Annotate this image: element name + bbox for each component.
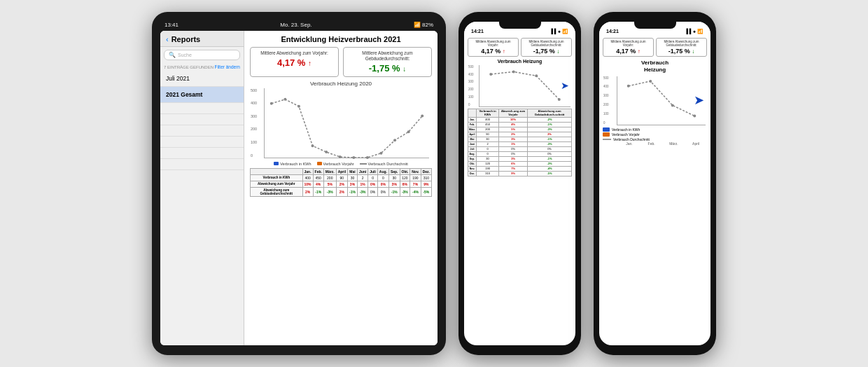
phone1-screen: 14:21 ▐ ▌● 📶 Mittlere Abweichung zum Vor… — [464, 22, 575, 345]
sidebar-item-juli2021[interactable]: Juli 2021 — [160, 71, 244, 87]
kpi1-arrow: ↑ — [308, 60, 312, 67]
phone2-chart-wrapper: 500 400 300 200 100 0 ➤ — [603, 76, 707, 125]
phone1-chart-title: Verbrauch Heizung — [468, 59, 572, 64]
report-title: Entwicklung Heizverbrauch 2021 — [250, 35, 432, 43]
chart-area: 500 400 300 200 100 0 — [264, 88, 429, 158]
back-button[interactable]: ‹ — [166, 35, 169, 43]
kpi2-arrow: ↓ — [402, 65, 406, 73]
chart-y-labels: 500 400 300 200 100 0 — [251, 88, 257, 158]
phone2-screen: 14:21 ▐ ▌● 📶 Mittlere Abweichung zum Vor… — [599, 22, 710, 345]
phone1-kpi1-arrow: ↑ — [503, 48, 505, 55]
phone1-kpi1-value: 4,17 % ↑ — [470, 48, 516, 55]
tablet-device: 13:41 Mo. 23. Sep. 📶 82% ‹ Reports 🔍 Suc… — [152, 12, 446, 355]
phone1-kpi2-value: -1,75 % ↓ — [524, 48, 569, 55]
phone2-kpi2: Mittlere Abweichung zum Gebäudedurchschn… — [656, 38, 707, 57]
phone1-kpi2-arrow: ↓ — [556, 48, 559, 55]
phone1-time: 14:21 — [471, 29, 484, 34]
kpi-box-1: Mittlere Abweichung zum Vorjahr: 4,17 % … — [250, 47, 339, 77]
sidebar-search-bar[interactable]: 🔍 Suche — [164, 50, 240, 60]
sidebar-list: Juli 2021 2021 Gesamt — [160, 71, 244, 345]
phone2-chart-title: VerbrauchHeizung — [603, 60, 707, 74]
tablet-sidebar: ‹ Reports 🔍 Suche 7 EINTRÄGE GEFUNDEN Fi… — [160, 31, 244, 345]
phone2-y-labels: 500 400 300 200 100 0 — [603, 76, 609, 125]
phone2-kpi-row: Mittlere Abweichung zum Vorjahr: 4,17 % … — [603, 38, 707, 57]
chart-legend: Verbrauch in KWh Verbrauch Vorjahr Verbr… — [250, 162, 432, 166]
phone1-kpi2-label: Mittlere Abweichung zum Gebäudedurchschn… — [524, 40, 569, 48]
data-table: Jan.Feb.März.AprilMaiJuniJuliAug.Sep.Okt… — [250, 168, 432, 197]
phone2-month-labels: Jan.Feb.März.April — [618, 141, 707, 146]
phone2-kpi1-arrow: ↑ — [638, 48, 640, 55]
tablet-main-content: Entwicklung Heizverbrauch 2021 Mittlere … — [244, 31, 438, 345]
sidebar-header: ‹ Reports — [160, 31, 244, 47]
phone1-kpi1: Mittlere Abweichung zum Vorjahr: 4,17 % … — [468, 38, 519, 57]
phone1-kpi2: Mittlere Abweichung zum Gebäudedurchschn… — [521, 38, 572, 57]
tablet-time: 13:41 — [164, 22, 178, 28]
phone2-signal: ▐ ▌● 📶 — [685, 29, 704, 34]
phone2-content: Mittlere Abweichung zum Vorjahr: 4,17 % … — [599, 36, 710, 345]
phone1-notch — [499, 22, 541, 29]
phone2-kpi1-label: Mittlere Abweichung zum Vorjahr: — [606, 40, 651, 48]
sidebar-title: Reports — [172, 35, 201, 43]
kpi2-value: -1,75 % ↓ — [347, 63, 428, 74]
phone2-legend-blue-box — [603, 127, 610, 132]
legend-orange: Verbrauch Vorjahr — [317, 162, 354, 166]
phone1-content: Mittlere Abweichung zum Vorjahr: 4,17 % … — [464, 36, 575, 345]
phone2-notch — [634, 22, 676, 29]
sidebar-item-2021gesamt[interactable]: 2021 Gesamt — [160, 87, 244, 103]
phone1-chart-area: 500 400 300 200 100 0 ➤ — [479, 65, 570, 107]
tablet-day: Mo. 23. Sep. — [280, 22, 312, 28]
phone1-table: Verbrauch in KWhAbweich-ung zum VorjahrA… — [468, 109, 572, 176]
phone1-kpi-row: Mittlere Abweichung zum Vorjahr: 4,17 % … — [468, 38, 572, 57]
sidebar-item-empty-4 — [160, 137, 244, 148]
phone2-kpi1: Mittlere Abweichung zum Vorjahr: 4,17 % … — [603, 38, 654, 57]
sidebar-item-empty-3 — [160, 125, 244, 137]
entries-count: 7 EINTRÄGE GEFUNDEN — [164, 65, 214, 69]
phone2-arrow-icon: ➤ — [694, 92, 704, 108]
phone2-legend-orange: Verbrauch Vorjahr — [603, 132, 707, 137]
phone1-device: 14:21 ▐ ▌● 📶 Mittlere Abweichung zum Vor… — [458, 12, 581, 355]
tablet-signal: 📶 82% — [414, 22, 433, 28]
legend-line-dot — [360, 163, 367, 165]
phone2-bars — [617, 76, 706, 125]
phone2-legend: Verbrauch in KWh Verbrauch Vorjahr Verbr… — [603, 127, 707, 141]
phone1-y-labels: 500 400 300 200 100 0 — [468, 65, 474, 106]
legend-line: Verbrauch Durchschnitt — [360, 162, 408, 166]
tablet-status-bar: 13:41 Mo. 23. Sep. 📶 82% — [160, 22, 438, 31]
phone2-chart-area: 500 400 300 200 100 0 ➤ — [617, 76, 706, 125]
search-placeholder: Suche — [178, 53, 192, 57]
phone1-chart-wrapper: 500 400 300 200 100 0 ➤ — [468, 65, 572, 107]
kpi1-label: Mittlere Abweichung zum Vorjahr: — [254, 50, 335, 56]
main-scene: 13:41 Mo. 23. Sep. 📶 82% ‹ Reports 🔍 Suc… — [138, 5, 730, 362]
legend-blue-dot — [274, 162, 279, 165]
chart-bars — [265, 88, 429, 158]
phone2-kpi2-arrow: ↓ — [692, 48, 694, 55]
phone1-kpi1-label: Mittlere Abweichung zum Vorjahr: — [470, 40, 516, 48]
chart-wrapper: 500 400 300 200 100 0 — [250, 88, 432, 160]
phone2-kpi2-label: Mittlere Abweichung zum Gebäudedurchschn… — [659, 40, 704, 48]
tablet-screen: ‹ Reports 🔍 Suche 7 EINTRÄGE GEFUNDEN Fi… — [160, 31, 438, 345]
phone2-time: 14:21 — [606, 29, 619, 34]
legend-blue: Verbrauch in KWh — [274, 162, 311, 166]
sidebar-item-empty-2 — [160, 114, 244, 125]
filter-row: 7 EINTRÄGE GEFUNDEN Filter ändern — [160, 63, 244, 71]
phone2-kpi1-value: 4,17 % ↑ — [606, 48, 651, 55]
phone2-legend-orange-box — [603, 132, 610, 137]
search-icon: 🔍 — [169, 52, 176, 58]
chart-title: Verbrauch Heizung 2020 — [250, 81, 432, 87]
filter-button[interactable]: Filter ändern — [215, 64, 241, 69]
kpi-row: Mittlere Abweichung zum Vorjahr: 4,17 % … — [250, 47, 432, 77]
phone2-legend-blue: Verbrauch in KWh — [603, 127, 707, 132]
kpi-box-2: Mittlere Abweichung zum Gebäudedurchschn… — [343, 47, 432, 77]
legend-orange-dot — [317, 162, 322, 165]
sidebar-item-empty-1 — [160, 103, 244, 114]
phone1-arrow-icon: ➤ — [561, 80, 569, 91]
phone2-legend-line-box — [603, 139, 611, 140]
phone2-kpi2-value: -1,75 % ↓ — [659, 48, 704, 55]
phone1-signal: ▐ ▌● 📶 — [550, 29, 568, 34]
sidebar-item-empty-6 — [160, 159, 244, 170]
sidebar-item-empty-5 — [160, 148, 244, 159]
phone2-device: 14:21 ▐ ▌● 📶 Mittlere Abweichung zum Vor… — [594, 12, 716, 355]
kpi2-label: Mittlere Abweichung zum Gebäudedurchschn… — [347, 50, 428, 62]
phone1-bars — [479, 65, 570, 106]
kpi1-value: 4,17 % ↑ — [254, 57, 335, 68]
